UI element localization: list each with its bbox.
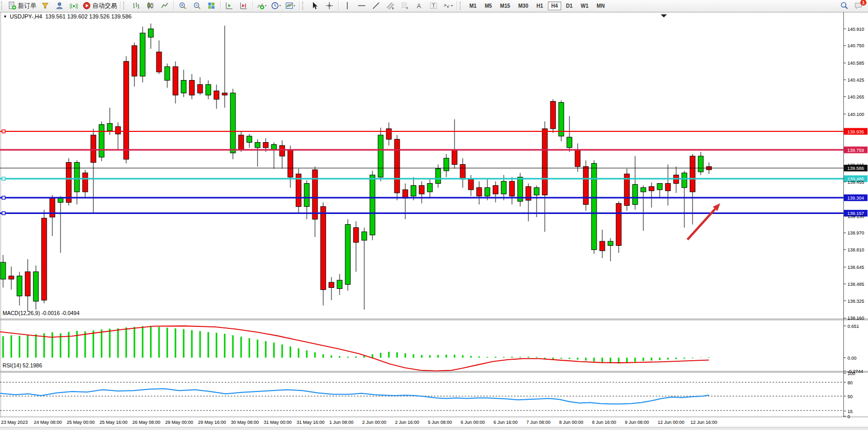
- candle-body[interactable]: [501, 181, 506, 194]
- trendline-tool-button[interactable]: [369, 0, 383, 11]
- notifications-button[interactable]: 1: [852, 0, 866, 11]
- candle-body[interactable]: [608, 241, 613, 245]
- candle-body[interactable]: [124, 62, 129, 160]
- candle-body[interactable]: [107, 124, 112, 131]
- candle-body[interactable]: [222, 93, 227, 95]
- candle-body[interactable]: [263, 143, 268, 148]
- candle-body[interactable]: [575, 150, 580, 167]
- candle-body[interactable]: [58, 198, 63, 202]
- candle-body[interactable]: [271, 145, 277, 150]
- candle-body[interactable]: [583, 167, 588, 205]
- candle-body[interactable]: [25, 272, 30, 296]
- candle-body[interactable]: [427, 183, 432, 191]
- bar-chart-button[interactable]: [129, 0, 143, 11]
- candle-body[interactable]: [591, 164, 597, 250]
- timeframe-button-m1[interactable]: M1: [466, 2, 480, 10]
- candle-body[interactable]: [74, 162, 80, 191]
- auto-scroll-button[interactable]: [222, 0, 236, 11]
- candle-body[interactable]: [140, 33, 145, 76]
- candle-body[interactable]: [288, 150, 293, 177]
- candle-body[interactable]: [255, 143, 260, 148]
- candle-body[interactable]: [148, 29, 153, 37]
- candle-body[interactable]: [542, 129, 547, 195]
- candle-body[interactable]: [189, 81, 194, 95]
- candle-body[interactable]: [394, 139, 400, 193]
- fibonacci-tool-button[interactable]: F: [398, 0, 412, 11]
- candle-body[interactable]: [633, 185, 638, 205]
- equidistant-channel-tool-button[interactable]: E: [383, 0, 398, 11]
- candle-body[interactable]: [509, 181, 515, 196]
- candle-body[interactable]: [321, 207, 326, 290]
- candle-body[interactable]: [444, 158, 449, 171]
- candle-body[interactable]: [91, 135, 96, 162]
- search-button[interactable]: [837, 0, 852, 11]
- line-handle[interactable]: [2, 211, 5, 214]
- metaeditor-button[interactable]: [52, 0, 67, 11]
- candle-body[interactable]: [378, 135, 383, 177]
- timeframe-button-mn[interactable]: MN: [593, 2, 608, 10]
- candle-body[interactable]: [616, 203, 621, 245]
- candle-body[interactable]: [33, 272, 38, 301]
- candle-body[interactable]: [132, 46, 137, 76]
- candle-body[interactable]: [337, 280, 342, 288]
- candle-body[interactable]: [42, 218, 47, 300]
- timeframe-button-m5[interactable]: M5: [481, 2, 496, 10]
- line-handle[interactable]: [2, 130, 5, 133]
- chart-shift-marker-icon[interactable]: [661, 14, 667, 17]
- candle-body[interactable]: [9, 276, 14, 279]
- timeframe-button-d1[interactable]: D1: [562, 2, 576, 10]
- candle-body[interactable]: [17, 276, 22, 296]
- text-tool-button[interactable]: A: [412, 0, 426, 11]
- candle-body[interactable]: [419, 186, 424, 194]
- timeframe-button-w1[interactable]: W1: [577, 2, 592, 10]
- candle-body[interactable]: [247, 136, 252, 142]
- candle-body[interactable]: [452, 150, 457, 165]
- timeframe-button-m15[interactable]: M15: [497, 2, 514, 10]
- line-handle[interactable]: [2, 196, 5, 199]
- candle-body[interactable]: [485, 188, 490, 196]
- tile-windows-button[interactable]: [204, 0, 219, 11]
- candle-body[interactable]: [345, 224, 350, 284]
- candle-body[interactable]: [239, 135, 244, 150]
- candle-body[interactable]: [493, 186, 498, 194]
- vertical-line-tool-button[interactable]: [340, 0, 354, 11]
- deposit-button[interactable]: [38, 0, 52, 11]
- auto-trading-button[interactable]: 自动交易: [81, 0, 119, 11]
- zoom-in-button[interactable]: [175, 0, 190, 11]
- candle-body[interactable]: [83, 173, 88, 192]
- candle-body[interactable]: [665, 183, 670, 190]
- candle-body[interactable]: [690, 156, 695, 192]
- candle-body[interactable]: [370, 175, 375, 235]
- candle-body[interactable]: [460, 165, 465, 180]
- candle-body[interactable]: [641, 188, 646, 192]
- indicators-button[interactable]: [254, 0, 269, 11]
- templates-button[interactable]: [283, 0, 298, 11]
- candle-body[interactable]: [411, 186, 416, 197]
- candle-body[interactable]: [312, 170, 318, 219]
- crosshair-tool-button[interactable]: [322, 0, 337, 11]
- periods-button[interactable]: [269, 0, 283, 11]
- candle-body[interactable]: [468, 179, 474, 190]
- candle-body[interactable]: [214, 91, 219, 99]
- new-order-button[interactable]: 新订单: [7, 0, 38, 11]
- candle-body[interactable]: [362, 232, 367, 240]
- arrows-tool-button[interactable]: [441, 0, 455, 11]
- chart-shift-button[interactable]: [236, 0, 251, 11]
- candle-body[interactable]: [353, 228, 359, 243]
- candle-body[interactable]: [329, 282, 334, 287]
- candle-body[interactable]: [403, 190, 408, 198]
- candle-body[interactable]: [304, 183, 309, 206]
- zoom-out-button[interactable]: [190, 0, 204, 11]
- candle-body[interactable]: [567, 137, 572, 148]
- candle-body[interactable]: [534, 188, 539, 195]
- candle-body[interactable]: [698, 156, 703, 172]
- candle-body[interactable]: [198, 85, 203, 93]
- text-label-tool-button[interactable]: T: [426, 0, 441, 11]
- cursor-tool-button[interactable]: [308, 0, 322, 11]
- signals-button[interactable]: [67, 0, 81, 11]
- candle-body[interactable]: [66, 162, 71, 202]
- candle-body[interactable]: [181, 81, 186, 93]
- chart-canvas[interactable]: 139.935139.759139.586139.485139.304139.1…: [0, 11, 868, 430]
- candle-body[interactable]: [386, 129, 391, 140]
- line-handle[interactable]: [2, 177, 5, 180]
